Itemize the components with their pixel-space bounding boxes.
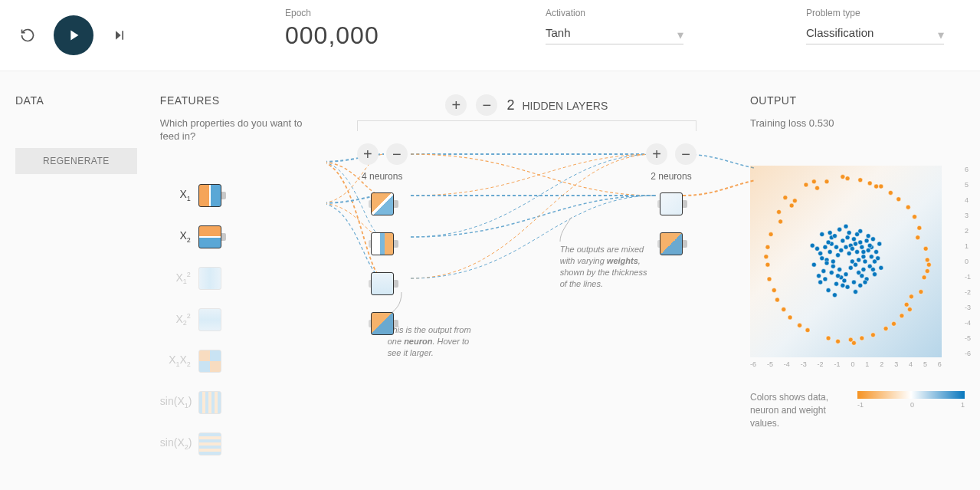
feature-node[interactable] (198, 308, 221, 331)
svg-point-105 (860, 274, 864, 278)
svg-point-9 (923, 246, 928, 251)
svg-point-50 (847, 252, 851, 256)
neuron[interactable] (371, 232, 394, 255)
add-neuron-button[interactable]: + (646, 143, 667, 165)
svg-point-82 (855, 250, 860, 255)
svg-point-103 (857, 258, 861, 262)
svg-point-34 (922, 275, 926, 280)
feature-x2[interactable]: X2 (160, 223, 303, 251)
remove-neuron-button[interactable]: − (386, 143, 408, 165)
feature-node[interactable] (198, 350, 221, 373)
epoch-field: Epoch 000,000 (285, 8, 423, 50)
top-bar: Epoch 000,000 Activation Tanh ▾ Problem … (0, 0, 980, 71)
svg-point-98 (842, 278, 847, 283)
feature-node[interactable] (198, 267, 221, 290)
svg-point-96 (847, 231, 851, 235)
feature-sinx1[interactable]: sin(X1) (160, 389, 303, 416)
svg-point-118 (831, 259, 835, 264)
scatter-dots (750, 166, 942, 357)
svg-point-61 (845, 284, 850, 289)
svg-point-2 (804, 183, 808, 187)
activation-select[interactable]: Tanh (546, 21, 683, 44)
svg-point-95 (817, 274, 821, 278)
reset-button[interactable] (15, 23, 40, 48)
svg-point-0 (776, 209, 781, 214)
data-column: DATA REGENERATE (15, 94, 137, 174)
layer-caption: 2 neurons (651, 171, 691, 182)
layer-2: + − 2 neurons (646, 143, 696, 352)
add-neuron-button[interactable]: + (357, 143, 379, 165)
feature-x1sq[interactable]: X12 (160, 265, 303, 292)
step-forward-icon (112, 28, 127, 43)
svg-point-5 (867, 181, 872, 186)
svg-point-119 (848, 265, 853, 270)
svg-point-7 (906, 205, 910, 209)
output-plot: 6543210-1-2-3-4-5-6 -6-5-4-3-2-10123456 (750, 166, 957, 368)
svg-point-30 (765, 245, 770, 249)
svg-point-116 (818, 252, 823, 256)
feature-sinx2[interactable]: sin(X2) (160, 430, 303, 458)
training-loss: Training loss 0.530 (750, 117, 965, 129)
svg-point-110 (845, 235, 850, 240)
feature-x1[interactable]: X1 (160, 182, 303, 209)
svg-point-77 (870, 237, 875, 242)
svg-point-60 (821, 269, 826, 274)
svg-point-49 (909, 294, 913, 299)
svg-point-32 (858, 178, 863, 183)
neuron[interactable] (660, 192, 683, 215)
svg-point-67 (818, 280, 823, 284)
svg-point-41 (778, 219, 783, 224)
svg-point-6 (888, 190, 893, 195)
step-button[interactable] (107, 23, 132, 48)
feature-node[interactable] (198, 432, 221, 455)
neuron[interactable] (371, 192, 394, 215)
legend-text: Colors shows data, neuron and weight val… (750, 391, 842, 429)
svg-point-117 (863, 280, 867, 284)
svg-point-74 (879, 265, 883, 270)
remove-neuron-button[interactable]: − (675, 143, 696, 165)
feature-node[interactable] (198, 391, 221, 414)
svg-point-25 (913, 215, 917, 219)
svg-point-16 (826, 336, 831, 340)
feature-x1x2[interactable]: X1X2 (160, 347, 303, 375)
svg-point-37 (765, 262, 770, 267)
problem-select[interactable]: Classification (806, 21, 944, 44)
svg-point-11 (919, 290, 923, 294)
svg-point-123 (853, 242, 857, 246)
neuron[interactable] (660, 232, 683, 255)
feature-node[interactable] (198, 184, 221, 207)
svg-point-48 (874, 184, 879, 189)
reset-icon (20, 27, 35, 44)
svg-point-91 (823, 245, 828, 249)
svg-point-125 (861, 250, 866, 255)
svg-point-21 (764, 255, 769, 259)
svg-point-112 (826, 240, 831, 245)
svg-point-99 (853, 262, 857, 267)
feature-x2sq[interactable]: X22 (160, 306, 303, 334)
hidden-layers-header: + − 2 HIDDEN LAYERS (326, 94, 727, 116)
data-title: DATA (15, 94, 137, 107)
add-layer-button[interactable]: + (445, 94, 467, 116)
svg-point-90 (858, 240, 863, 245)
svg-point-51 (834, 245, 838, 249)
svg-point-27 (900, 314, 904, 318)
svg-point-70 (811, 262, 816, 267)
activation-label: Activation (546, 8, 683, 18)
svg-point-126 (829, 271, 834, 275)
svg-point-45 (851, 340, 856, 345)
neuron[interactable] (371, 272, 394, 295)
remove-layer-button[interactable]: − (476, 94, 497, 116)
svg-point-36 (798, 323, 802, 327)
feature-node[interactable] (198, 225, 221, 248)
regenerate-button[interactable]: REGENERATE (15, 148, 137, 174)
layers: + − 4 neurons + − 2 neurons (326, 143, 727, 352)
playback-controls (15, 8, 132, 55)
play-button[interactable] (54, 15, 93, 55)
svg-point-101 (869, 255, 873, 259)
svg-point-4 (845, 176, 850, 181)
svg-point-39 (814, 186, 819, 190)
svg-point-68 (853, 290, 857, 294)
svg-point-128 (836, 274, 841, 278)
neuron[interactable] (371, 312, 394, 335)
svg-point-22 (769, 232, 773, 237)
